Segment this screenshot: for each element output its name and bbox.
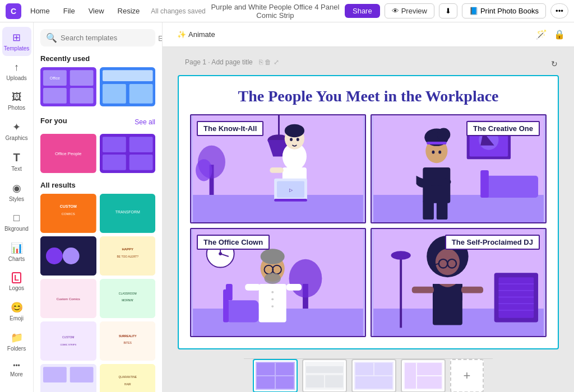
print-button[interactable]: 📘 Print Photo Books bbox=[462, 3, 546, 18]
svg-text:MORNIN': MORNIN' bbox=[122, 299, 133, 302]
svg-rect-145 bbox=[417, 363, 442, 375]
sidebar-label-graphics: Graphics bbox=[5, 135, 27, 141]
thumbnail-4[interactable] bbox=[401, 359, 446, 392]
refresh-icon[interactable]: ↻ bbox=[551, 59, 558, 68]
comic-panel-4[interactable]: The Self-Proclaimed DJ bbox=[371, 228, 547, 337]
sidebar-item-folders[interactable]: 📁 Folders bbox=[2, 327, 31, 356]
svg-point-50 bbox=[196, 159, 212, 181]
result-template-6[interactable]: CLASSROOM MORNIN' bbox=[100, 279, 156, 318]
book-icon: 📘 bbox=[469, 7, 478, 15]
lock-icon[interactable]: 🔒 bbox=[554, 29, 565, 40]
sidebar-label-charts: Charts bbox=[8, 256, 25, 262]
svg-rect-41 bbox=[70, 367, 94, 382]
svg-rect-105 bbox=[245, 284, 260, 291]
sidebar-item-uploads[interactable]: ↑ Uploads bbox=[2, 57, 31, 86]
svg-rect-126 bbox=[433, 284, 439, 300]
topbar-right: Share 👁 Preview ⬇ 📘 Print Photo Books ••… bbox=[345, 3, 568, 18]
more-icon: ••• bbox=[13, 362, 20, 370]
svg-rect-14 bbox=[129, 137, 152, 152]
result-template-1[interactable]: CUSTOM COMICS bbox=[40, 194, 96, 233]
app-logo[interactable]: C bbox=[6, 3, 21, 19]
result-template-10[interactable]: QUARANTINE HAIR bbox=[100, 364, 156, 392]
comic-panel-1[interactable]: The Know-It-All bbox=[190, 114, 366, 223]
sidebar-item-background[interactable]: □ Bkground bbox=[2, 208, 31, 236]
all-results-title: All results bbox=[40, 181, 155, 189]
svg-rect-94 bbox=[226, 284, 233, 300]
svg-point-23 bbox=[46, 248, 63, 264]
svg-point-24 bbox=[63, 248, 80, 264]
for-you-grid: Office People bbox=[40, 134, 155, 173]
svg-rect-137 bbox=[306, 375, 324, 388]
result-template-4[interactable]: HAPPY BE TOO ALERT? bbox=[100, 236, 156, 276]
sidebar-item-templates[interactable]: ⊞ Templates bbox=[2, 27, 31, 56]
svg-text:TRANSFORM: TRANSFORM bbox=[115, 210, 140, 214]
result-template-5[interactable]: Custom Comics bbox=[40, 279, 96, 318]
sidebar-item-photos[interactable]: 🖼 Photos bbox=[2, 87, 31, 115]
svg-point-103 bbox=[271, 298, 274, 300]
comic-canvas[interactable]: ↻ The People You Meet in the Workplace T… bbox=[178, 75, 559, 349]
result-template-8[interactable]: SURREALITY BITES bbox=[100, 321, 156, 361]
more-options-button[interactable]: ••• bbox=[550, 3, 568, 18]
recently-used-grid: Office bbox=[40, 67, 155, 106]
share-button[interactable]: Share bbox=[345, 4, 380, 18]
foryou-template-1[interactable]: Office People bbox=[40, 134, 96, 173]
logos-icon: L bbox=[12, 272, 21, 283]
nav-view[interactable]: View bbox=[84, 4, 109, 17]
canvas-actions: ↻ bbox=[551, 59, 558, 68]
filter-icon[interactable]: ⊟ bbox=[158, 34, 163, 43]
text-icon: T bbox=[13, 151, 20, 164]
animate-button[interactable]: ✨ Animate bbox=[172, 27, 221, 41]
sidebar: ⊞ Templates ↑ Uploads 🖼 Photos ✦ Graphic… bbox=[0, 22, 34, 392]
magic-pen-icon[interactable]: 🪄 bbox=[536, 29, 547, 40]
svg-rect-78 bbox=[427, 142, 446, 144]
all-results-grid: CUSTOM COMICS TRANSFORM bbox=[40, 194, 155, 392]
result-template-9[interactable] bbox=[40, 364, 96, 392]
sidebar-item-logos[interactable]: L Logos bbox=[2, 268, 31, 296]
nav-home[interactable]: Home bbox=[26, 4, 54, 17]
svg-rect-60 bbox=[270, 167, 283, 173]
sidebar-item-more[interactable]: ••• More bbox=[2, 357, 31, 382]
styles-icon: ◉ bbox=[12, 182, 21, 194]
thumbnail-1[interactable] bbox=[253, 359, 298, 392]
svg-text:HAPPY: HAPPY bbox=[122, 248, 133, 251]
nav-file[interactable]: File bbox=[59, 4, 80, 17]
svg-rect-138 bbox=[325, 375, 343, 388]
thumbnail-3[interactable] bbox=[351, 359, 396, 392]
canvas-scroll-area[interactable]: Page 1 · Add page title ⎘ 🗑 ⤢ ↻ The Peop… bbox=[163, 47, 574, 392]
svg-rect-113 bbox=[499, 277, 534, 318]
result-template-3[interactable] bbox=[40, 236, 96, 276]
svg-rect-62 bbox=[274, 199, 307, 202]
sidebar-label-uploads: Uploads bbox=[6, 75, 27, 81]
svg-rect-51 bbox=[278, 115, 280, 137]
sidebar-label-logos: Logos bbox=[9, 285, 24, 291]
sidebar-item-charts[interactable]: 📊 Charts bbox=[2, 237, 31, 267]
preview-button[interactable]: 👁 Preview bbox=[385, 3, 434, 18]
add-page-button[interactable]: + bbox=[450, 359, 484, 392]
foryou-template-2[interactable] bbox=[100, 134, 156, 173]
sidebar-item-emoji[interactable]: 😊 Emoji bbox=[2, 297, 31, 326]
svg-rect-82 bbox=[437, 200, 448, 220]
sidebar-item-graphics[interactable]: ✦ Graphics bbox=[2, 116, 31, 146]
svg-rect-146 bbox=[417, 376, 442, 389]
svg-rect-33 bbox=[40, 321, 96, 361]
sidebar-label-styles: Styles bbox=[9, 196, 24, 202]
recent-template-2[interactable] bbox=[100, 67, 156, 106]
photos-icon: 🖼 bbox=[12, 91, 22, 103]
svg-rect-131 bbox=[257, 363, 275, 375]
download-button[interactable]: ⬇ bbox=[439, 3, 457, 18]
sidebar-item-styles[interactable]: ◉ Styles bbox=[2, 178, 31, 207]
recent-template-1[interactable]: Office bbox=[40, 67, 96, 106]
svg-rect-95 bbox=[259, 284, 286, 323]
comic-panel-3[interactable]: The Office Clown bbox=[190, 228, 366, 337]
nav-resize[interactable]: Resize bbox=[113, 4, 145, 17]
thumbnail-2[interactable] bbox=[302, 359, 347, 392]
result-template-2[interactable]: TRANSFORM bbox=[100, 194, 156, 233]
svg-text:BITES: BITES bbox=[123, 342, 132, 344]
search-input[interactable] bbox=[61, 34, 155, 42]
see-all-button[interactable]: See all bbox=[135, 118, 155, 126]
result-template-7[interactable]: CUSTOM COMIC STRIPS bbox=[40, 321, 96, 361]
sidebar-item-text[interactable]: T Text bbox=[2, 147, 31, 176]
comic-panel-2[interactable]: The Creative One bbox=[371, 114, 547, 223]
svg-rect-110 bbox=[400, 256, 402, 328]
svg-rect-127 bbox=[456, 284, 462, 300]
